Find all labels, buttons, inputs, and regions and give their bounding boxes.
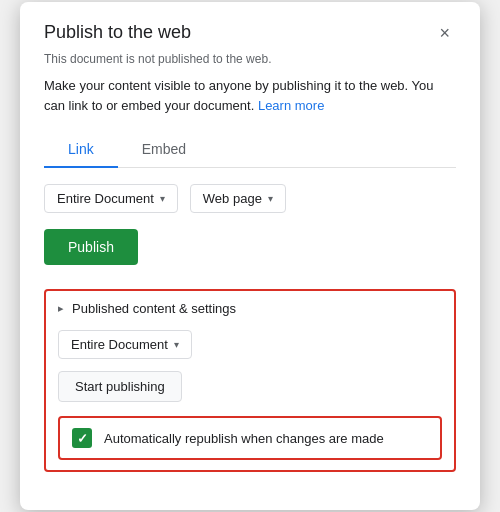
format-label: Web page [203,191,262,206]
section-document-scope-label: Entire Document [71,337,168,352]
publish-button[interactable]: Publish [44,229,138,265]
controls-row: Entire Document ▾ Web page ▾ [44,184,456,213]
close-button[interactable]: × [433,22,456,44]
start-publishing-button[interactable]: Start publishing [58,371,182,402]
section-document-scope-dropdown[interactable]: Entire Document ▾ [58,330,192,359]
format-dropdown[interactable]: Web page ▾ [190,184,286,213]
dialog-header: Publish to the web × [44,22,456,44]
section-title: Published content & settings [72,301,236,316]
chevron-icon: ▸ [58,302,64,315]
tab-embed[interactable]: Embed [118,131,210,167]
auto-republish-section: ✓ Automatically republish when changes a… [58,416,442,460]
checkmark-icon: ✓ [77,432,88,445]
section-content: Entire Document ▾ Start publishing ✓ Aut… [58,330,442,460]
section-dropdown-arrow-icon: ▾ [174,339,179,350]
format-dropdown-arrow-icon: ▾ [268,193,273,204]
section-dropdown-row: Entire Document ▾ [58,330,442,359]
description-part1: Make your content visible to anyone by p… [44,78,434,113]
tab-bar: Link Embed [44,131,456,168]
document-scope-label: Entire Document [57,191,154,206]
tab-link[interactable]: Link [44,131,118,167]
dropdown-arrow-icon: ▾ [160,193,165,204]
published-settings-section: ▸ Published content & settings Entire Do… [44,289,456,472]
auto-republish-checkbox[interactable]: ✓ [72,428,92,448]
description-text: Make your content visible to anyone by p… [44,76,456,115]
dialog-title: Publish to the web [44,22,191,43]
learn-more-link[interactable]: Learn more [258,98,324,113]
auto-republish-label: Automatically republish when changes are… [104,431,384,446]
publish-dialog: Publish to the web × This document is no… [20,2,480,510]
section-header[interactable]: ▸ Published content & settings [58,301,442,316]
document-scope-dropdown[interactable]: Entire Document ▾ [44,184,178,213]
subtitle-text: This document is not published to the we… [44,52,456,66]
